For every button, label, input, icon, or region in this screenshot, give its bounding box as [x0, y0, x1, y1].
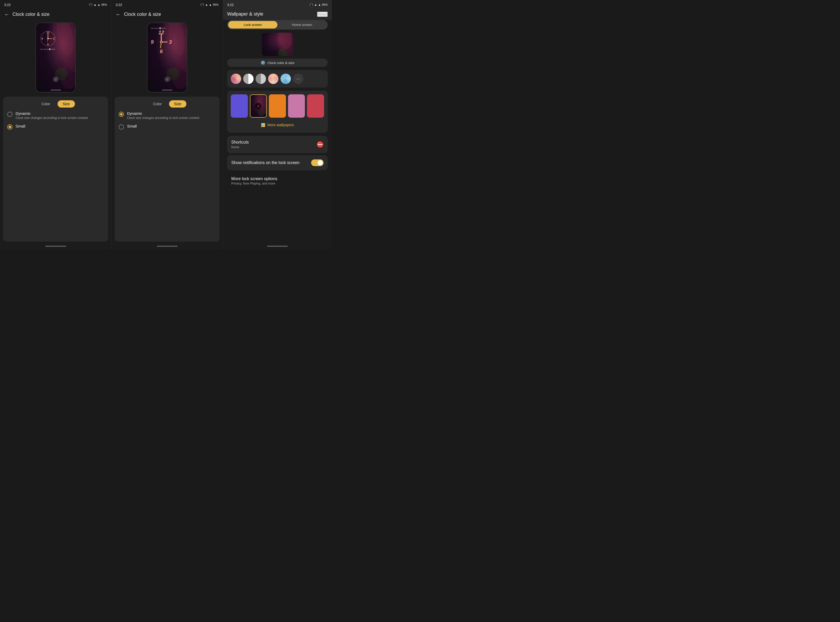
back-button-middle[interactable]: ← [116, 11, 121, 17]
shortcuts-icon[interactable]: ⛔ [316, 141, 324, 148]
tab-size-left[interactable]: Size [58, 100, 75, 108]
wp-thumbnail [262, 33, 293, 56]
color-swatches-section: ··· [227, 70, 328, 88]
shortcuts-value: None [231, 145, 249, 149]
status-icons-middle: 📳 ▲ ▲ 95% [200, 3, 218, 6]
wallpaper-options-row: ✓ [231, 95, 324, 118]
more-wallpapers-button[interactable]: 🖼️ More wallpapers [231, 121, 324, 129]
option-small-label-left: Small [15, 124, 25, 128]
back-button-left[interactable]: ← [4, 11, 9, 17]
svg-text:3: 3 [169, 39, 172, 45]
panel-left: 3:22 📳 ▲ ▲ 95% ← Clock color & size [0, 0, 111, 249]
option-dynamic-text-middle: Dynamic Clock size changes according to … [127, 111, 199, 120]
option-small-middle[interactable]: Small [119, 124, 215, 130]
radio-small-left[interactable] [7, 124, 12, 130]
radio-inner-small-left [9, 126, 11, 128]
time-middle: 3:22 [116, 3, 122, 7]
tab-lock-screen[interactable]: Lock screen [228, 21, 277, 29]
radio-dynamic-middle[interactable] [119, 112, 124, 117]
notifications-text: Show notifications on the lock screen [231, 160, 311, 165]
vibrate-icon-m: 📳 [200, 3, 204, 6]
phone-preview-left: 12 3 6 9 Tue, Oct 24 🕙 10:00 ⊙ [0, 20, 111, 95]
option-small-text-middle: Small [127, 124, 137, 128]
svg-point-25 [161, 41, 162, 43]
home-indicator-wp [267, 246, 288, 247]
fingerprint-left: ⊙ [53, 76, 59, 82]
tab-row-middle: Color Size [119, 100, 215, 108]
home-indicator-left [45, 246, 66, 247]
panel-middle: 3:22 📳 ▲ ▲ 95% ← Clock color & size Tue,… [111, 0, 223, 249]
more-wallpapers-icon: 🖼️ [261, 123, 265, 127]
home-indicator-middle [157, 246, 177, 247]
battery-wp: 95% [322, 3, 328, 6]
tab-color-left[interactable]: Color [36, 100, 55, 108]
signal-icon-m: ▲ [209, 3, 212, 6]
more-lock-screen-row[interactable]: More lock screen options Privacy, Now Pl… [227, 172, 328, 189]
date-middle: Tue, Oct 24 🕙 10:00 [151, 27, 165, 29]
vibrate-icon: 📳 [89, 3, 93, 6]
tab-color-middle[interactable]: Color [148, 100, 167, 108]
radio-dynamic-left[interactable] [7, 112, 12, 117]
more-lock-screen-sub: Privacy, Now Playing, and more [231, 182, 324, 185]
home-bar-middle [162, 90, 173, 90]
toggle-knob [318, 160, 323, 165]
svg-text:6: 6 [160, 49, 163, 53]
wallpaper-option-mauve[interactable] [288, 95, 305, 118]
svg-text:6: 6 [47, 43, 49, 46]
time-left: 3:22 [4, 3, 11, 7]
radio-small-middle[interactable] [119, 124, 124, 130]
wifi-icon-wp: ▲ [314, 3, 317, 6]
notifications-label: Show notifications on the lock screen [231, 160, 308, 165]
shortcuts-label: Shortcuts [231, 140, 249, 145]
battery-left: 95% [101, 3, 107, 6]
wallpaper-option-orange[interactable] [269, 95, 286, 118]
tab-size-middle[interactable]: Size [169, 100, 186, 108]
swatch-peach[interactable] [268, 73, 278, 84]
wp-preview: ⚙️ Clock color & size [227, 33, 328, 67]
wifi-icon-m: ▲ [205, 3, 208, 6]
signal-icon: ▲ [98, 3, 100, 6]
option-small-text-left: Small [15, 124, 25, 128]
status-bar-middle: 3:22 📳 ▲ ▲ 95% [111, 0, 223, 9]
option-dynamic-desc-left: Clock size changes according to lock scr… [15, 116, 88, 120]
svg-point-30 [258, 110, 264, 116]
option-dynamic-label-middle: Dynamic [127, 111, 199, 116]
swatch-gray[interactable] [256, 73, 266, 84]
tab-home-screen[interactable]: Home screen [277, 21, 327, 29]
clock-color-size-button[interactable]: ⚙️ Clock color & size [227, 59, 328, 67]
swatch-pink[interactable] [231, 73, 241, 84]
svg-point-12 [47, 38, 49, 40]
option-small-left[interactable]: Small [7, 124, 104, 130]
options-area-left: Color Size Dynamic Clock size changes ac… [3, 97, 108, 242]
option-dynamic-middle[interactable]: Dynamic Clock size changes according to … [119, 111, 215, 120]
page-title-middle: Clock color & size [124, 12, 161, 17]
option-small-label-middle: Small [127, 124, 137, 128]
swatch-blue[interactable] [281, 73, 291, 84]
radio-inner-dynamic-middle [120, 113, 123, 116]
svg-text:9: 9 [41, 37, 43, 40]
status-bar-wp: 3:22 📳 ▲ ▲ 95% [223, 0, 332, 9]
svg-text:9: 9 [151, 39, 154, 45]
swatch-white[interactable] [243, 73, 254, 84]
more-wallpapers-label: More wallpapers [267, 123, 294, 127]
time-wp: 3:22 [227, 3, 234, 7]
phone-wallpaper-middle: Tue, Oct 24 🕙 10:00 12 3 6 9 [148, 23, 187, 92]
wallpaper-option-photo[interactable]: ✓ [250, 95, 267, 118]
notifications-toggle[interactable] [311, 159, 324, 166]
option-dynamic-text-left: Dynamic Clock size changes according to … [15, 111, 88, 120]
status-icons-wp: 📳 ▲ ▲ 95% [310, 3, 328, 6]
reset-button[interactable]: Reset [317, 12, 328, 17]
shortcuts-text: Shortcuts None [231, 140, 249, 149]
wp-title: Wallpaper & style [227, 11, 263, 17]
gear-icon: ⚙️ [261, 60, 266, 65]
wallpaper-option-red[interactable] [307, 95, 324, 118]
signal-icon-wp: ▲ [318, 3, 321, 6]
options-area-middle: Color Size Dynamic Clock size changes ac… [115, 97, 220, 242]
option-dynamic-left[interactable]: Dynamic Clock size changes according to … [7, 111, 104, 120]
wallpaper-option-purple[interactable] [231, 95, 248, 118]
wallpaper-panel: 3:22 📳 ▲ ▲ 95% Wallpaper & style Reset L… [223, 0, 332, 249]
top-bar-middle: ← Clock color & size [111, 9, 223, 20]
wallpaper-selected-check: ✓ [255, 103, 261, 109]
svg-text:12: 12 [46, 31, 49, 34]
more-colors-button[interactable]: ··· [293, 73, 303, 84]
